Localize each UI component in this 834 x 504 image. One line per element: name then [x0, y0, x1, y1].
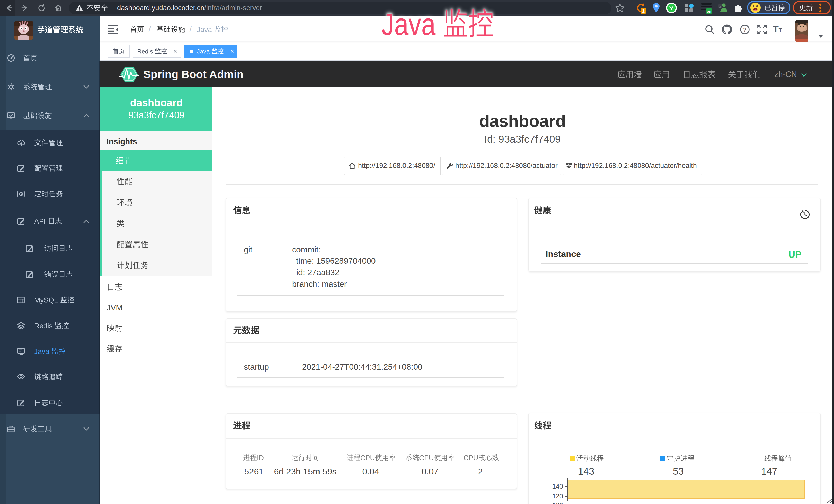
- svg-text:1: 1: [642, 8, 645, 14]
- svg-text:?: ?: [743, 26, 746, 33]
- svg-text:on: on: [707, 9, 711, 13]
